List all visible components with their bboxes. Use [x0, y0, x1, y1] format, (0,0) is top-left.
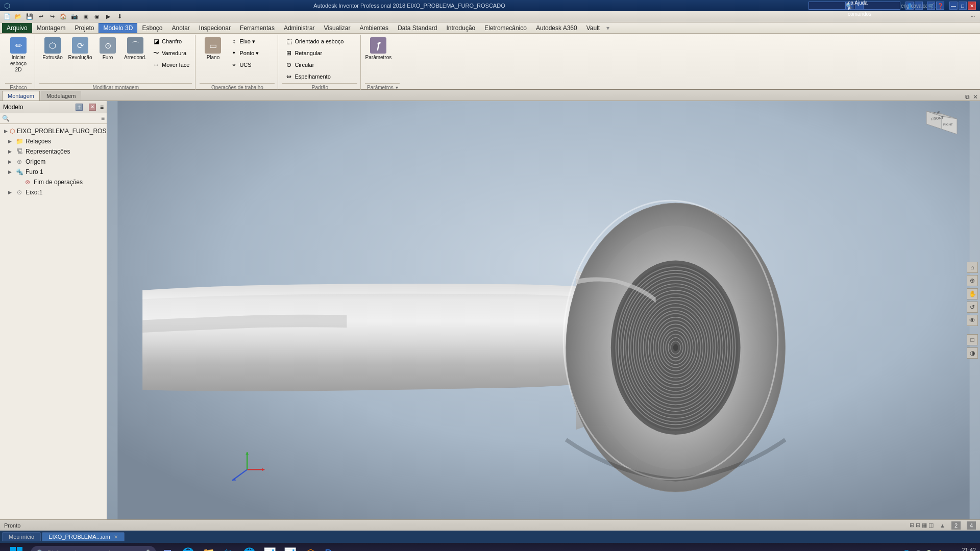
- btn-extrusao[interactable]: ⬡ Extrusão: [39, 36, 66, 62]
- btn-varredura[interactable]: 〜 Varredura: [150, 47, 192, 59]
- view-display-btn[interactable]: □: [967, 334, 978, 345]
- search-help-box[interactable]: 🔍 Pesquisar na Ajuda e comandos: [808, 2, 900, 10]
- viewcube[interactable]: FRONT RIGHT TOP: [919, 106, 960, 147]
- btn-chanfro[interactable]: ◪ Chanfro: [150, 36, 192, 47]
- ribbon-collapse-icon[interactable]: ▾: [606, 24, 609, 32]
- ribbon-group-operacoes-label: Operações de trabalho: [200, 83, 275, 90]
- btn-plano[interactable]: ▭ Plano: [200, 36, 226, 62]
- taskbar-photoshop-icon[interactable]: Ps: [322, 544, 340, 551]
- qa-redo[interactable]: ↪: [47, 12, 57, 21]
- panel-tab-montagem[interactable]: Montagem: [2, 91, 40, 101]
- panel-close-icon[interactable]: ✕: [973, 93, 978, 101]
- bottom-tabs-bar: Meu início EIXO_PROBLEMA...iam ✕: [0, 531, 980, 543]
- menu-administrar[interactable]: Administrar: [279, 23, 320, 33]
- menu-ambientes[interactable]: Ambientes: [355, 23, 393, 33]
- menu-datastandard[interactable]: Data Standard: [393, 23, 442, 33]
- menu-eletro[interactable]: Eletromecânico: [480, 23, 531, 33]
- view-look-btn[interactable]: 👁: [967, 315, 978, 326]
- revolucao-icon: ⟳: [72, 37, 88, 54]
- app-icon: ⬡: [4, 2, 10, 10]
- taskbar-excel-icon[interactable]: 📊: [260, 544, 279, 551]
- btn-espelhamento[interactable]: ⇔ Espelhamento: [282, 71, 346, 82]
- tree-root[interactable]: ▶ ⬡ EIXO_PROBLEMA_FURO_ROSCADO.iam: [0, 126, 107, 136]
- view-zoom-btn[interactable]: ⊕: [967, 275, 978, 286]
- taskbar-inventor-icon[interactable]: ⬡: [301, 544, 320, 551]
- menu-vault[interactable]: Vault: [582, 23, 604, 33]
- minimize-btn[interactable]: —: [949, 2, 958, 10]
- btn-arredondamento[interactable]: ⌒ Arredond.: [122, 36, 149, 62]
- taskbar-start-btn[interactable]: [4, 545, 29, 551]
- taskbar-search-bar[interactable]: 🔍 🎤: [31, 546, 156, 551]
- btn-iniciar-esboco[interactable]: ✏ Iniciaresboço 2D: [5, 36, 32, 74]
- view-home-btn[interactable]: ⌂: [967, 262, 978, 273]
- btn-ucs[interactable]: ⌖ UCS: [227, 59, 261, 70]
- page-num-2: 2: [951, 521, 961, 530]
- tree-item-eixo1[interactable]: ▶ ⊙ Eixo:1: [0, 187, 107, 197]
- menu-projeto[interactable]: Projeto: [70, 23, 99, 33]
- qa-open[interactable]: 📂: [13, 12, 23, 21]
- sidebar-more-icon[interactable]: ≡: [101, 115, 105, 122]
- btn-retangular[interactable]: ⊞ Retangular: [282, 47, 346, 59]
- clock-display[interactable]: 21:42 29/05/2018: [948, 547, 976, 551]
- taskbar-store-icon[interactable]: 🛍: [219, 544, 238, 551]
- taskbar-edge-icon[interactable]: 🌐: [179, 544, 197, 551]
- tree-item-relacoes[interactable]: ▶ 📁 Relações: [0, 136, 107, 146]
- panel-restore-icon[interactable]: ⧉: [965, 93, 970, 101]
- qa-save[interactable]: 💾: [24, 12, 35, 21]
- menu-inspecionar[interactable]: Inspecionar: [194, 23, 235, 33]
- bottom-tab-home[interactable]: Meu início: [2, 532, 41, 541]
- qa-camera[interactable]: 📷: [69, 12, 80, 21]
- sidebar-add-btn[interactable]: +: [76, 104, 83, 111]
- menu-ferramentas[interactable]: Ferramentas: [235, 23, 279, 33]
- panel-tab-modelagem[interactable]: Modelagem: [41, 91, 81, 101]
- qa-new[interactable]: 📄: [2, 12, 12, 21]
- btn-circular[interactable]: ⊙ Circular: [282, 59, 346, 70]
- menu-montagem[interactable]: Montagem: [32, 23, 70, 33]
- menu-arquivo[interactable]: Arquivo: [2, 23, 32, 33]
- view-orbit-btn[interactable]: ↺: [967, 302, 978, 313]
- qa-home[interactable]: 🏠: [58, 12, 68, 21]
- viewport[interactable]: FRONT RIGHT TOP ⌂ ⊕ ✋ ↺ 👁 □ ◑: [107, 101, 980, 519]
- tree-item-origem[interactable]: ▶ ⊕ Origem: [0, 157, 107, 167]
- qa-select[interactable]: ▣: [81, 12, 91, 21]
- qa-more[interactable]: ···: [968, 12, 978, 21]
- view-pan-btn[interactable]: ✋: [967, 288, 978, 299]
- btn-furo[interactable]: ⊙ Furo: [94, 36, 121, 62]
- taskbar-taskview[interactable]: ⊞: [158, 544, 177, 551]
- btn-mover-face[interactable]: ↔ Mover face: [150, 59, 192, 70]
- tree-origem-icon: ⊕: [15, 158, 23, 166]
- bottom-tab-close-icon[interactable]: ✕: [114, 534, 118, 540]
- sidebar-search-icon[interactable]: 🔍: [2, 115, 10, 122]
- menu-modelo3d[interactable]: Modelo 3D: [99, 23, 137, 33]
- iniciar-esboco-label: Iniciaresboço 2D: [7, 55, 30, 73]
- btn-eixo[interactable]: ↕ Eixo ▾: [227, 36, 261, 47]
- taskbar-chrome-icon[interactable]: 🌐: [240, 544, 258, 551]
- menu-introducao[interactable]: Introdução: [442, 23, 480, 33]
- close-btn[interactable]: ✕: [968, 2, 976, 10]
- orientado-esboco-icon: ⬚: [285, 37, 293, 45]
- tree-item-representacoes[interactable]: ▶ 🏗 Representações: [0, 146, 107, 157]
- menu-anotar[interactable]: Anotar: [167, 23, 194, 33]
- qa-circle[interactable]: ◉: [92, 12, 102, 21]
- menu-a360[interactable]: Autodesk A360: [531, 23, 582, 33]
- view-shade-btn[interactable]: ◑: [967, 347, 978, 359]
- bottom-tab-eixo[interactable]: EIXO_PROBLEMA...iam ✕: [42, 532, 124, 541]
- maximize-btn[interactable]: □: [959, 2, 967, 10]
- menu-visualizar[interactable]: Visualizar: [320, 23, 355, 33]
- taskbar-powerpoint-icon[interactable]: 📊: [281, 544, 299, 551]
- btn-revolucao[interactable]: ⟳ Revolução: [67, 36, 93, 62]
- tree-item-fim-operacoes[interactable]: ▶ ⊗ Fim de operações: [0, 177, 107, 187]
- menu-esboco[interactable]: Esboço: [137, 23, 167, 33]
- btn-parametros[interactable]: ƒ Parâmetros: [365, 36, 391, 62]
- sidebar-close-btn[interactable]: ✕: [89, 104, 96, 111]
- qa-dropdown[interactable]: ⬇: [114, 12, 125, 21]
- taskbar-explorer-icon[interactable]: 📁: [199, 544, 217, 551]
- page-num-4: 4: [967, 521, 976, 530]
- qa-play[interactable]: ▶: [103, 12, 113, 21]
- btn-orientado-esboco[interactable]: ⬚ Orientado a esboço: [282, 36, 346, 47]
- tree-item-furo1[interactable]: ▶ 🔩 Furo 1: [0, 167, 107, 177]
- btn-ponto[interactable]: • Ponto ▾: [227, 47, 261, 59]
- sidebar-menu-btn[interactable]: ≡: [100, 104, 104, 111]
- qa-undo[interactable]: ↩: [36, 12, 46, 21]
- engf-label: engfcavalcant...: [915, 2, 923, 10]
